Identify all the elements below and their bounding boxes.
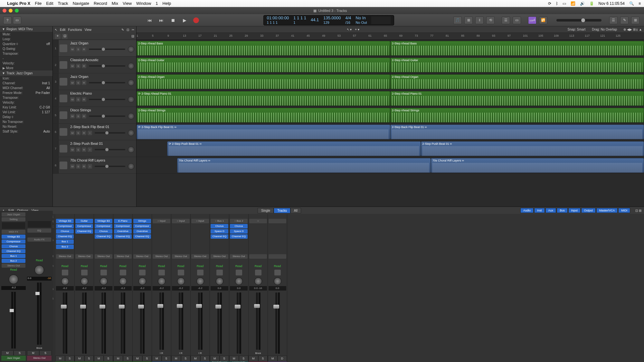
tuner-button[interactable]: ⊞ [464, 16, 473, 24]
channel-fx-slot[interactable] [249, 234, 267, 239]
browser-button[interactable]: ⊞ [631, 16, 639, 24]
track-volume[interactable] [89, 65, 125, 67]
mixer-filter[interactable]: Audio [520, 208, 534, 213]
channel-send-slot[interactable] [191, 245, 209, 249]
channel-fx-slot[interactable] [75, 234, 93, 239]
channel-fx-slot[interactable] [191, 224, 209, 228]
channel-automation[interactable]: Read [94, 264, 113, 269]
strip2-auto[interactable]: Read [27, 259, 52, 263]
channel-mute[interactable]: M [133, 356, 142, 361]
menu-window[interactable]: Window [136, 1, 151, 6]
channel-fader[interactable] [63, 292, 65, 354]
channel-solo[interactable]: S [181, 356, 191, 361]
track-mute[interactable]: M [70, 164, 75, 169]
track-input[interactable]: I [88, 147, 92, 152]
channel-output[interactable] [249, 254, 267, 259]
track-pan[interactable] [128, 163, 134, 170]
channel-send-slot[interactable] [211, 239, 228, 244]
track-icon[interactable] [59, 57, 68, 73]
channel-icon[interactable] [191, 269, 210, 276]
lcd-in[interactable]: No In [356, 16, 367, 20]
strip-solo[interactable]: S [14, 350, 26, 356]
tl-view[interactable]: View [85, 28, 92, 32]
channel-fader[interactable] [237, 292, 239, 354]
track-input[interactable]: I [88, 131, 92, 135]
channel-pan[interactable] [268, 276, 287, 286]
channel-pan[interactable] [249, 276, 268, 286]
channel-fx-slot[interactable] [269, 234, 286, 239]
track-header[interactable]: 3 Jazz Organ M S R [53, 73, 136, 90]
channel-fx-slot[interactable]: Space D [230, 229, 248, 234]
inspector-row[interactable]: MIDI Channel:All [0, 86, 52, 90]
channel-send-slot[interactable] [95, 245, 112, 249]
lcd-sig[interactable]: 4/4 [346, 16, 351, 20]
dup-track-button[interactable]: ⊡ [62, 34, 68, 39]
strip-inst[interactable]: Vintage B3 [2, 235, 25, 239]
channel-fx-slot[interactable]: Compressor [75, 224, 93, 228]
inspector-track-header[interactable]: ▼ Track: Jazz Organ [0, 70, 52, 76]
channel-mute[interactable]: M [268, 356, 278, 361]
channel-pan[interactable] [55, 276, 74, 286]
channel-send-slot[interactable] [153, 239, 170, 244]
track-icon[interactable] [59, 124, 68, 140]
strip2-solo[interactable]: S [39, 350, 52, 356]
channel-mute[interactable]: M [171, 356, 181, 361]
bluetooth-icon[interactable]: ᛒ [556, 1, 558, 6]
channel-solo[interactable]: S [65, 356, 75, 361]
region[interactable]: 2-Step Ahead Bass [390, 41, 644, 56]
region[interactable]: 2-Step Back Flip Beat 01 ∞ [390, 125, 644, 139]
channel-icon[interactable] [113, 269, 132, 276]
track-icon[interactable] [59, 157, 68, 173]
strip2-eq[interactable]: EQ [27, 228, 51, 233]
region[interactable]: 2-Step Ahead Organ [137, 74, 390, 89]
lcd-position[interactable]: 01:00:00:00 [267, 16, 289, 20]
track-header[interactable]: 4 Electric Piano M S R [53, 90, 136, 107]
inspector-row[interactable]: Loop: [0, 37, 52, 42]
channel-input[interactable]: ○ Input [153, 219, 170, 223]
channel-mute[interactable]: M [94, 356, 104, 361]
channel-pan[interactable] [133, 276, 152, 286]
inspector-row[interactable]: Quantize ◊off [0, 42, 52, 46]
channel-fx-slot[interactable]: Channel EQ [211, 234, 228, 239]
close-button[interactable] [3, 9, 6, 13]
mixer-filter[interactable]: Input [568, 208, 581, 213]
channel-input[interactable] [269, 219, 286, 223]
channel-input[interactable]: Guitar [75, 219, 93, 223]
menu-help[interactable]: Help [163, 1, 171, 6]
channel-output[interactable]: Stereo Out [95, 254, 112, 259]
app-name[interactable]: Logic Pro X [7, 1, 30, 6]
strip-fader[interactable] [11, 292, 13, 348]
track-rec[interactable]: R [82, 47, 86, 51]
strip-send1[interactable]: Bus 2 [2, 259, 25, 263]
channel-fx-slot[interactable]: Channel EQ [230, 234, 248, 239]
channel-send-slot[interactable]: Bus 1 [56, 239, 74, 244]
menubar-clock[interactable]: Nov 6 11:05:54 [599, 1, 625, 6]
channel-automation[interactable]: Read [152, 264, 171, 269]
track-rec[interactable]: R [82, 114, 86, 118]
channel-send-slot[interactable] [114, 239, 132, 244]
channel-fx-slot[interactable]: Overdrive [133, 229, 151, 234]
strip2-bnce[interactable]: Bnce [27, 347, 52, 350]
channel-pan[interactable] [94, 276, 113, 286]
channel-fx-slot[interactable] [153, 224, 170, 228]
lcd-bars-top[interactable]: 1 1 1 1 [293, 16, 306, 20]
strip-auto[interactable]: Read [1, 268, 26, 273]
strip2-pan-knob[interactable] [34, 265, 44, 275]
track-rec[interactable]: R [82, 131, 86, 135]
spotlight-icon[interactable]: 🔍 [629, 1, 634, 6]
channel-fader[interactable] [101, 292, 103, 354]
track-mute[interactable]: M [70, 47, 75, 51]
lcd-tempo2[interactable]: 129 [323, 21, 341, 24]
channel-icon[interactable] [152, 269, 171, 276]
channel-mute[interactable]: M [249, 356, 258, 361]
lcd-bars[interactable]: 1 1 1 1 [267, 21, 289, 24]
channel-input[interactable]: Strings [133, 219, 151, 223]
region[interactable]: 2-Step Ahead Guitar [137, 58, 390, 72]
lcd-tempo[interactable]: 135.0000 [323, 16, 341, 20]
sync-button[interactable]: ⟲ [486, 16, 495, 24]
tl-tool2-icon[interactable]: ⊡ [127, 28, 129, 32]
channel-icon[interactable] [75, 269, 94, 276]
channel-icon[interactable] [171, 269, 190, 276]
region-area[interactable]: 2-Step Ahead Bass2-Step Ahead Bass2-Step… [137, 40, 644, 174]
strip-out[interactable]: Stereo Out [2, 264, 25, 268]
